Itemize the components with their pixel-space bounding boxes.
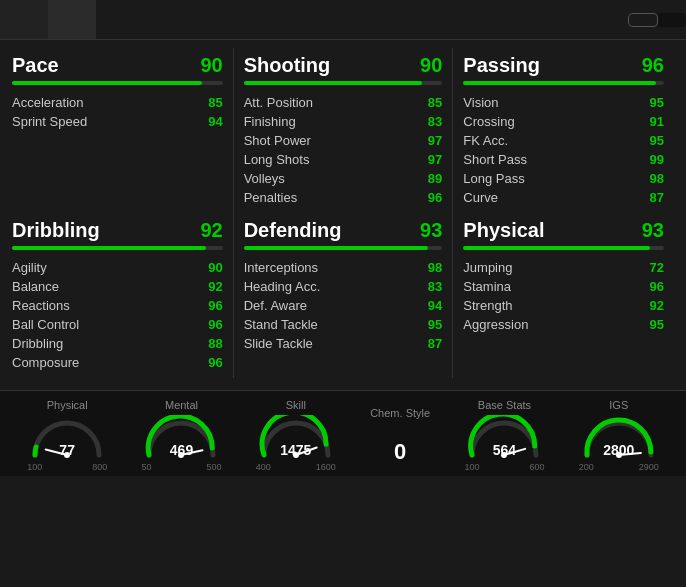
section-bar bbox=[244, 246, 443, 250]
stat-label: Def. Aware bbox=[244, 298, 307, 313]
stat-row: Stamina 96 bbox=[463, 277, 664, 296]
stat-row: Interceptions 98 bbox=[244, 258, 443, 277]
section-title: Dribbling bbox=[12, 219, 100, 242]
section-bar-fill bbox=[463, 246, 650, 250]
gauge-mental: Mental 469 50 500 bbox=[131, 399, 231, 472]
stat-label: Interceptions bbox=[244, 260, 318, 275]
stat-label: Shot Power bbox=[244, 133, 311, 148]
stat-value: 92 bbox=[650, 298, 664, 313]
stat-row: Dribbling 88 bbox=[12, 334, 223, 353]
section-title: Shooting bbox=[244, 54, 331, 77]
stat-label: Slide Tackle bbox=[244, 336, 313, 351]
stat-value: 94 bbox=[208, 114, 222, 129]
stat-value: 99 bbox=[650, 152, 664, 167]
stat-row: Volleys 89 bbox=[244, 169, 443, 188]
gauge-label: Mental bbox=[165, 399, 198, 411]
section-title: Pace bbox=[12, 54, 59, 77]
section-bar-fill bbox=[463, 81, 656, 85]
stat-label: Jumping bbox=[463, 260, 512, 275]
section-score: 92 bbox=[200, 219, 222, 242]
stat-label: Crossing bbox=[463, 114, 514, 129]
section-bar bbox=[12, 81, 223, 85]
stat-label: Reactions bbox=[12, 298, 70, 313]
tab-irl[interactable] bbox=[48, 0, 96, 39]
stat-value: 72 bbox=[650, 260, 664, 275]
gauge-value: 2800 bbox=[603, 442, 634, 458]
gauge-value: 564 bbox=[493, 442, 516, 458]
section-header: Pace 90 bbox=[12, 54, 223, 77]
stat-row: Heading Acc. 83 bbox=[244, 277, 443, 296]
graph-first-button[interactable] bbox=[658, 14, 686, 26]
gauge-wrap: 469 bbox=[141, 415, 221, 460]
stat-value: 98 bbox=[650, 171, 664, 186]
stat-value: 89 bbox=[428, 171, 442, 186]
stat-value: 97 bbox=[428, 152, 442, 167]
section-score: 93 bbox=[420, 219, 442, 242]
section-header: Defending 93 bbox=[244, 219, 443, 242]
stat-row: Ball Control 96 bbox=[12, 315, 223, 334]
stat-label: Ball Control bbox=[12, 317, 79, 332]
section-shooting: Shooting 90 Att. Position 85 Finishing 8… bbox=[233, 48, 454, 213]
gauge-min: 400 bbox=[256, 462, 271, 472]
stat-value: 90 bbox=[208, 260, 222, 275]
stat-row: Balance 92 bbox=[12, 277, 223, 296]
stat-label: Long Pass bbox=[463, 171, 524, 186]
stat-row: Long Shots 97 bbox=[244, 150, 443, 169]
stat-row: Long Pass 98 bbox=[463, 169, 664, 188]
header bbox=[0, 0, 686, 40]
tab-stats[interactable] bbox=[0, 0, 48, 39]
stats-first-button[interactable] bbox=[628, 13, 658, 27]
section-header: Shooting 90 bbox=[244, 54, 443, 77]
stat-value: 87 bbox=[650, 190, 664, 205]
gauge-skill: Skill 1475 400 1600 bbox=[246, 399, 346, 472]
section-bar bbox=[12, 246, 223, 250]
section-physical: Physical 93 Jumping 72 Stamina 96 Streng… bbox=[453, 213, 674, 378]
stat-row: Jumping 72 bbox=[463, 258, 664, 277]
section-bar bbox=[463, 246, 664, 250]
stat-label: Finishing bbox=[244, 114, 296, 129]
gauge-max: 800 bbox=[92, 462, 107, 472]
gauge-max: 600 bbox=[529, 462, 544, 472]
stat-label: Att. Position bbox=[244, 95, 313, 110]
section-bar-fill bbox=[12, 246, 206, 250]
section-header: Physical 93 bbox=[463, 219, 664, 242]
section-header: Dribbling 92 bbox=[12, 219, 223, 242]
section-header: Passing 96 bbox=[463, 54, 664, 77]
gauge-range: 100 800 bbox=[27, 462, 107, 472]
stat-row: Curve 87 bbox=[463, 188, 664, 207]
stat-value: 85 bbox=[208, 95, 222, 110]
stat-label: Balance bbox=[12, 279, 59, 294]
stat-label: Long Shots bbox=[244, 152, 310, 167]
stat-label: FK Acc. bbox=[463, 133, 508, 148]
gauge-value: 469 bbox=[170, 442, 193, 458]
stat-value: 95 bbox=[650, 317, 664, 332]
stat-label: Short Pass bbox=[463, 152, 527, 167]
gauge-min: 200 bbox=[579, 462, 594, 472]
chem-value: 0 bbox=[394, 439, 406, 465]
stat-value: 96 bbox=[650, 279, 664, 294]
stat-label: Vision bbox=[463, 95, 498, 110]
gauge-label: IGS bbox=[609, 399, 628, 411]
stat-label: Stand Tackle bbox=[244, 317, 318, 332]
stat-value: 95 bbox=[650, 133, 664, 148]
stat-row: Def. Aware 94 bbox=[244, 296, 443, 315]
stat-value: 83 bbox=[428, 114, 442, 129]
stat-row: Vision 95 bbox=[463, 93, 664, 112]
stat-value: 91 bbox=[650, 114, 664, 129]
stat-value: 96 bbox=[428, 190, 442, 205]
stat-row: Agility 90 bbox=[12, 258, 223, 277]
section-score: 90 bbox=[420, 54, 442, 77]
stat-row: Finishing 83 bbox=[244, 112, 443, 131]
gauge-min: 50 bbox=[141, 462, 151, 472]
stat-row: Reactions 96 bbox=[12, 296, 223, 315]
stat-label: Composure bbox=[12, 355, 79, 370]
stat-value: 95 bbox=[428, 317, 442, 332]
section-score: 93 bbox=[642, 219, 664, 242]
stat-label: Agility bbox=[12, 260, 47, 275]
stat-row: Penalties 96 bbox=[244, 188, 443, 207]
gauge-igs: IGS 2800 200 2900 bbox=[569, 399, 669, 472]
stat-value: 94 bbox=[428, 298, 442, 313]
stat-row: Sprint Speed 94 bbox=[12, 112, 223, 131]
section-bar bbox=[244, 81, 443, 85]
stat-label: Curve bbox=[463, 190, 498, 205]
